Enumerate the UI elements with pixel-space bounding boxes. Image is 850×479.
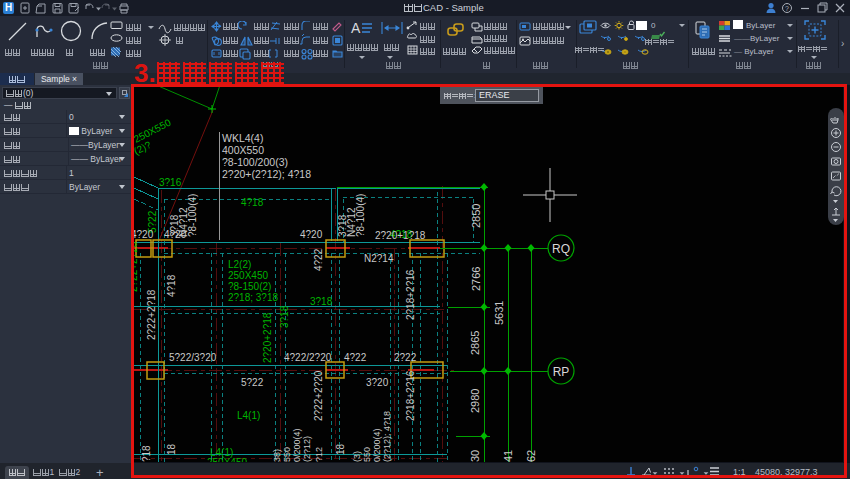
svg-text:A: A (351, 20, 361, 36)
svg-text:?: ? (785, 5, 789, 12)
